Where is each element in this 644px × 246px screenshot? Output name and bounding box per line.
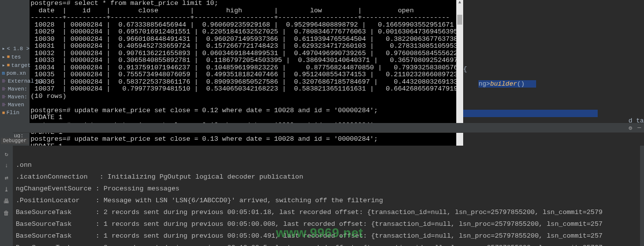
project-item-maven[interactable]: ⊪Maven	[0, 101, 30, 109]
console-line: .PositionLocator : Message with LSN 'LSN…	[16, 197, 383, 204]
rerun-button[interactable]: ↻	[2, 150, 11, 158]
project-jdk[interactable]: ▸ < 1.8 >	[0, 44, 30, 53]
project-tree[interactable]: ▸ < 1.8 > ▸ ■tes ▸ ■target mpom.xn ⊪Exte…	[0, 44, 30, 133]
row-count: (10 rows)	[31, 92, 67, 100]
sql-prompt: postgres=# select * from market_price li…	[31, 0, 218, 7]
code-method: builder	[490, 80, 517, 88]
library-icon: ⊪	[2, 94, 6, 100]
watermark: www.9969.net	[276, 225, 363, 241]
table-row: 10035 | 00000284 | 0.7555734948076059 | …	[34, 71, 458, 78]
table-row: 10037 | 00000284 | 0.799773979481510 | 0…	[34, 85, 458, 92]
library-icon: ⊪	[2, 102, 6, 108]
panel-header: ⚙ —	[13, 123, 644, 133]
console-line: BaseSourceTask : 2 records sent during p…	[16, 209, 603, 216]
table-row: 10029 | 00000284 | 0.6957016912401551 | …	[34, 28, 458, 35]
print-button[interactable]: 🖶	[2, 197, 11, 206]
project-item-target[interactable]: ▸ ■target	[0, 61, 30, 69]
project-item-flink[interactable]: ■Flin	[0, 109, 30, 117]
table-row: 10031 | 00000284 | 0.4059452733659724 | …	[34, 42, 458, 50]
library-icon: ⊪	[2, 78, 6, 84]
wrap-button[interactable]: ⇄	[2, 173, 11, 182]
console-line: ngChangeEventSource : Processing message…	[16, 185, 179, 192]
table-row: 10033 | 00000284 | 0.3065840855892781 | …	[34, 57, 462, 64]
scrollbar-thumb[interactable]	[457, 15, 462, 25]
table-row: 10036 | 00000284 | 0.5837225373861176 | …	[34, 78, 463, 86]
console-line: .onn	[16, 161, 32, 169]
table-divider: --------+----------+--------------------…	[31, 14, 450, 21]
sql-update: postgres=# update market_price set close…	[31, 135, 378, 143]
project-item-maven[interactable]: ⊪Maven:	[0, 85, 30, 93]
sql-result: UPDATE 1	[31, 114, 63, 121]
table-header-close: close	[138, 7, 159, 14]
table-row: 10028 | 00000284 | 0.673338856456944 | 0…	[34, 21, 454, 29]
gear-icon[interactable]: ⚙	[629, 124, 632, 132]
library-icon: ⊪	[2, 86, 6, 92]
table-row: 10032 | 00000284 | 0.9076136221655893 | …	[34, 50, 462, 57]
project-item-tests[interactable]: ▸ ■tes	[0, 53, 30, 61]
sql-update: postgres=# update market_price set close…	[31, 107, 378, 114]
project-item-pom[interactable]: mpom.xn	[0, 69, 30, 77]
project-item-maven[interactable]: ⊪Maven:	[0, 93, 30, 101]
minimize-icon[interactable]: —	[638, 124, 641, 131]
debugger-tab[interactable]: Debugger	[1, 138, 29, 144]
folder-icon: ■	[7, 62, 10, 68]
table-row: 10030 | 00000284 | 0.9660108448491431 | …	[34, 35, 462, 43]
project-item-external[interactable]: ⊪External Li	[0, 77, 30, 85]
debug-tool-strip: ↻ ↓ ⇄ ⤓ 🖶 🗑	[0, 147, 13, 245]
table-header-open: open	[398, 7, 413, 14]
xml-icon: m	[2, 71, 5, 76]
table-header-low: low	[310, 7, 322, 14]
console-line: BaseSourceTask : 2 records sent during p…	[16, 244, 603, 246]
folder-icon: ■	[2, 110, 5, 116]
table-row: 10034 | 00000284 | 0.9137591071946237 | …	[34, 64, 463, 71]
scroll-button[interactable]: ⤓	[2, 185, 11, 194]
folder-icon: ■	[7, 54, 10, 60]
table-header-id: id	[82, 7, 90, 14]
code-brace: {	[463, 65, 467, 73]
console-line: .icationConnection : Initializing PgOutp…	[16, 173, 303, 181]
code-text: ()	[517, 80, 525, 88]
table-header-high: high	[226, 7, 242, 14]
table-header-date: date	[38, 7, 54, 14]
step-down-button[interactable]: ↓	[2, 161, 11, 170]
right-gutter	[640, 146, 644, 246]
scroll-up-icon[interactable]: ▲	[457, 0, 462, 6]
clear-button[interactable]: 🗑	[2, 209, 11, 217]
code-text: ng>	[478, 80, 490, 88]
